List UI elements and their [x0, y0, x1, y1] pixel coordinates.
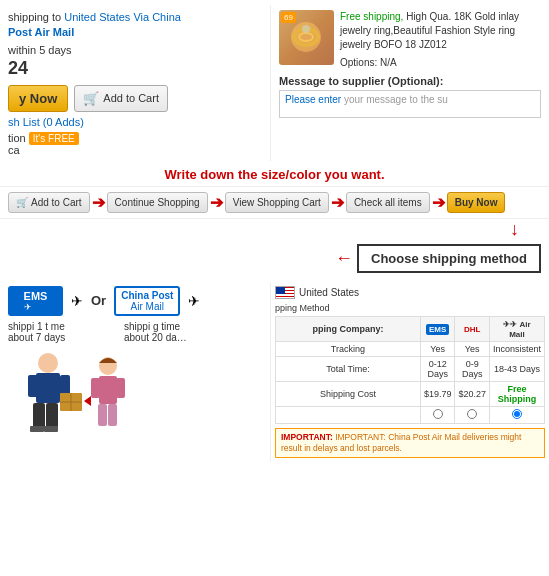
tracking-ems: Yes	[420, 341, 455, 356]
wish-list[interactable]: sh List (0 Adds)	[8, 116, 262, 128]
bottom-section: EMS ✈ ✈ Or China Post Air Mail ✈ shippi …	[0, 277, 549, 467]
choose-shipping-label: Choose shipping method	[371, 251, 527, 266]
table-row-tracking: Tracking Yes Yes Inconsistent	[276, 341, 545, 356]
product-row: 69 Free shipping, High Qua. 18K Gold inl…	[279, 10, 541, 70]
radio-airmail[interactable]	[512, 409, 522, 419]
add-to-cart-label: Add to Cart	[103, 92, 159, 104]
airmail-label: ✈✈ AirMail	[503, 320, 530, 339]
svg-marker-20	[84, 396, 91, 406]
col-company: pping Company:	[276, 316, 421, 341]
cost-label: Shipping Cost	[276, 381, 421, 406]
arrow-3: ➔	[331, 193, 344, 212]
buy-now-button[interactable]: y Now	[8, 85, 68, 112]
shipping-time-row: shippi 1 t me about 7 days shippi g time…	[8, 321, 262, 343]
col-dhl: DHL	[455, 316, 490, 341]
step-continue-shopping[interactable]: Continue Shopping	[107, 192, 208, 213]
step-buy-label: Buy Now	[455, 197, 498, 208]
step-add-to-cart-label: Add to Cart	[31, 197, 82, 208]
delivery-illustration	[8, 348, 262, 443]
plane-icon-2: ✈	[188, 293, 200, 309]
svg-rect-4	[36, 373, 60, 403]
plane-icon: ✈	[71, 293, 83, 309]
time-dhl: 0-9 Days	[455, 356, 490, 381]
svg-rect-8	[46, 403, 58, 428]
china-post-time: shippi g time about 20 da…	[124, 321, 204, 343]
message-label: Message to supplier (Optional):	[279, 75, 541, 87]
cart-icon: 🛒	[83, 91, 99, 106]
col-airmail: ✈✈ AirMail	[489, 316, 544, 341]
dhl-logo-small: DHL	[464, 325, 480, 334]
svg-rect-15	[99, 376, 117, 404]
time-label: Total Time:	[276, 356, 421, 381]
ems-logo-small: EMS	[426, 324, 449, 335]
step-view-cart[interactable]: View Shopping Cart	[225, 192, 329, 213]
ems-time: shippi 1 t me about 7 days	[8, 321, 88, 343]
please-enter-link[interactable]: Please enter	[285, 94, 341, 105]
ems-logo: EMS ✈	[8, 286, 63, 316]
step-view-label: View Shopping Cart	[233, 197, 321, 208]
options-value: N/A	[380, 57, 397, 68]
radio-dhl[interactable]	[467, 409, 477, 419]
delivery-time: within 5 days	[8, 44, 262, 56]
arrow-connector: ↓	[0, 219, 549, 240]
table-row-cost: Shipping Cost $19.79 $20.27 Free Shippin…	[276, 381, 545, 406]
shipping-info: shipping to United States Via China Post…	[8, 10, 262, 41]
arrow-4: ➔	[432, 193, 445, 212]
protection-info: tion It's FREE ca	[8, 132, 262, 156]
choose-shipping-row: ← Choose shipping method	[0, 240, 549, 277]
write-down-text: Write down the size/color you want.	[164, 167, 384, 182]
step-add-to-cart[interactable]: 🛒 Add to Cart	[8, 192, 90, 213]
tracking-dhl: Yes	[455, 341, 490, 356]
cost-ems: $19.79	[420, 381, 455, 406]
step-check-label: Check all items	[354, 197, 422, 208]
svg-rect-18	[98, 404, 107, 426]
svg-point-2	[302, 25, 310, 33]
flag-text: United States	[299, 287, 359, 298]
radio-ems[interactable]	[433, 409, 443, 419]
bottom-right: United States pping Method pping Company…	[270, 282, 549, 462]
arrow-2: ➔	[210, 193, 223, 212]
shipping-link[interactable]: United States Via China	[64, 11, 181, 23]
important-note: IMPORTANT: IMPORTANT: China Post Air Mai…	[275, 428, 545, 458]
step-check-items[interactable]: Check all items	[346, 192, 430, 213]
us-flag	[275, 286, 295, 299]
choose-shipping-box: Choose shipping method	[357, 244, 541, 273]
svg-point-0	[294, 29, 318, 45]
radio-ems-cell[interactable]	[420, 406, 455, 423]
free-shipping-text: Free Shipping	[498, 384, 537, 404]
write-down-section: Write down the size/color you want.	[0, 161, 549, 186]
flag-row: United States	[275, 286, 545, 299]
tracking-label: Tracking	[276, 341, 421, 356]
arrow-left-icon: ←	[335, 248, 353, 269]
svg-rect-9	[30, 426, 44, 432]
radio-label	[276, 406, 421, 423]
message-input-display[interactable]: Please enter your message to the su	[279, 90, 541, 118]
delivery-svg	[8, 348, 138, 443]
svg-rect-7	[33, 403, 45, 428]
ems-logo-content: EMS ✈	[24, 290, 48, 312]
right-panel: 69 Free shipping, High Qua. 18K Gold inl…	[270, 5, 549, 161]
radio-dhl-cell[interactable]	[455, 406, 490, 423]
svg-rect-5	[28, 375, 38, 397]
product-info: Free shipping, High Qua. 18K Gold inlay …	[340, 10, 541, 70]
step-continue-label: Continue Shopping	[115, 197, 200, 208]
options-row: Options: N/A	[340, 56, 541, 70]
or-text: Or	[91, 293, 106, 308]
svg-point-3	[38, 353, 58, 373]
bottom-left: EMS ✈ ✈ Or China Post Air Mail ✈ shippi …	[0, 282, 270, 462]
table-row-radio	[276, 406, 545, 423]
radio-airmail-cell[interactable]	[489, 406, 544, 423]
product-thumbnail: 69	[279, 10, 334, 65]
step-buy-now[interactable]: Buy Now	[447, 192, 506, 213]
shipping-method-text: Post Air Mail	[8, 26, 74, 38]
add-to-cart-button[interactable]: 🛒 Add to Cart	[74, 85, 168, 112]
svg-point-1	[299, 33, 313, 41]
cost-airmail: Free Shipping	[489, 381, 544, 406]
shipping-method-row-label: pping Method	[275, 303, 545, 313]
shipping-table: pping Company: EMS DHL ✈✈ AirMail Tracki…	[275, 316, 545, 424]
product-badge: 69	[281, 12, 296, 23]
steps-row: 🛒 Add to Cart ➔ Continue Shopping ➔ View…	[0, 186, 549, 219]
arrow-down-icon: ↓	[510, 219, 519, 240]
svg-rect-17	[116, 378, 125, 398]
message-suffix: your message to the su	[344, 94, 448, 105]
